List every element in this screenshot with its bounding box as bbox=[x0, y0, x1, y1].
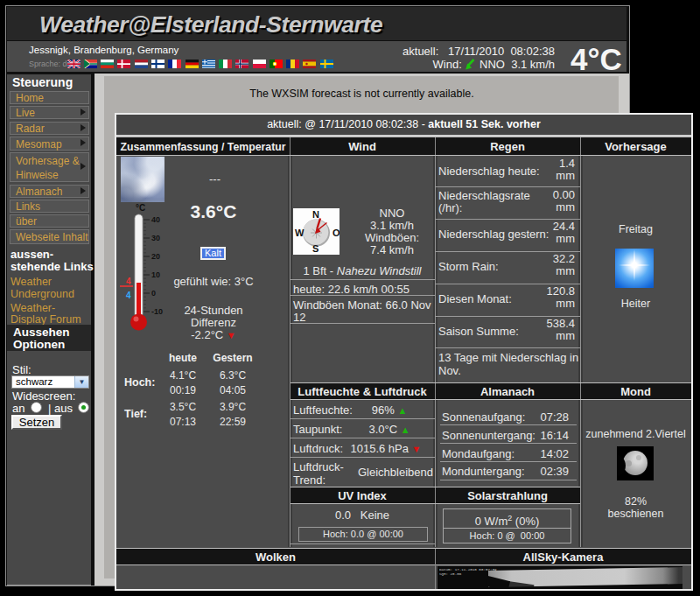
svg-text:W: W bbox=[295, 228, 304, 238]
svg-text:20: 20 bbox=[151, 252, 160, 261]
svg-text:°C: °C bbox=[136, 203, 145, 213]
svg-text:O: O bbox=[332, 228, 340, 238]
svg-text:4: 4 bbox=[126, 291, 131, 300]
svg-text:30: 30 bbox=[151, 234, 160, 242]
svg-text:40: 40 bbox=[151, 215, 160, 224]
svg-text:4: 4 bbox=[126, 277, 131, 286]
svg-text:-10: -10 bbox=[151, 307, 163, 316]
svg-text:10: 10 bbox=[151, 270, 160, 279]
svg-text:S: S bbox=[312, 243, 318, 254]
svg-text:N: N bbox=[312, 209, 319, 220]
svg-text:0: 0 bbox=[151, 289, 156, 298]
